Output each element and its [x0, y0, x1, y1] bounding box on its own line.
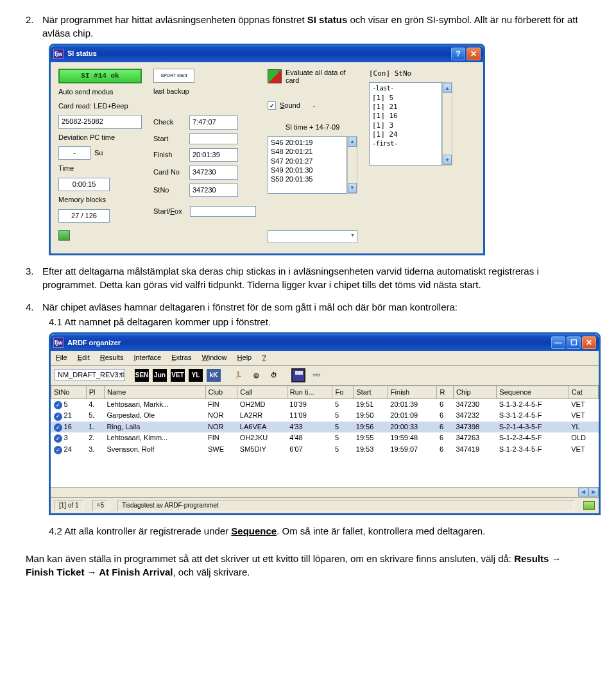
- log-item: [1] 24: [372, 130, 439, 139]
- close-button[interactable]: ✕: [582, 336, 596, 349]
- dev-pc-val[interactable]: -: [58, 146, 90, 160]
- col-finish[interactable]: Finish: [388, 386, 437, 398]
- table-row[interactable]: ✓ 215.Garpestad, OleNORLA2RR11'09519:502…: [51, 410, 599, 421]
- cell: S-2-1-4-3-5-F: [497, 422, 569, 432]
- tool-vet[interactable]: VET: [170, 368, 185, 382]
- flag-icon: [268, 69, 282, 83]
- tool-jun[interactable]: Jun: [152, 368, 167, 382]
- book-icon[interactable]: [58, 230, 70, 241]
- hscroll-right[interactable]: ▶: [588, 488, 599, 497]
- menu-window[interactable]: Window: [201, 353, 227, 363]
- scroll-up-button[interactable]: ▲: [443, 83, 452, 93]
- start-label: Start: [153, 134, 185, 144]
- hscroll-left[interactable]: ◀: [578, 488, 588, 497]
- col-cat[interactable]: Cat: [569, 386, 598, 398]
- col-chip[interactable]: Chip: [453, 386, 496, 398]
- close-button[interactable]: ✕: [466, 47, 481, 60]
- col-start[interactable]: Start: [354, 386, 388, 398]
- log-header: [Con] StNo: [369, 69, 452, 78]
- menu-bar: FileEditResultsInterfaceExtrasWindowHelp…: [51, 351, 599, 365]
- runner-icon[interactable]: 🏃: [230, 368, 246, 382]
- col-stno[interactable]: StNo: [51, 386, 87, 398]
- save-icon[interactable]: [291, 368, 306, 382]
- col-club[interactable]: Club: [205, 386, 237, 398]
- menu-help[interactable]: Help: [237, 353, 252, 363]
- cell: 6'07: [287, 444, 332, 455]
- minimize-button[interactable]: —: [551, 336, 565, 349]
- log-scrollbar[interactable]: ▲ ▼: [442, 82, 452, 166]
- scroll-down-button[interactable]: ▼: [348, 183, 357, 193]
- startfox-dropdown[interactable]: [268, 230, 357, 243]
- doc-step-4-2: 4.2 Att alla kontroller är registrerade …: [49, 524, 590, 538]
- table-row[interactable]: ✓ 161.Ring, LailaNORLA6VEA4'33519:5620:0…: [51, 422, 599, 432]
- time-val[interactable]: 0:00:15: [58, 178, 110, 191]
- target-icon[interactable]: ◎: [248, 368, 264, 382]
- step-text: Efter att deltagarna målstämplat ska der…: [42, 264, 590, 291]
- maximize-button[interactable]: ☐: [567, 336, 581, 349]
- stno-val[interactable]: 347230: [189, 184, 238, 197]
- menu-edit[interactable]: Edit: [78, 353, 90, 363]
- clock-icon[interactable]: ⏱: [266, 368, 282, 382]
- tool-kk[interactable]: kK: [206, 368, 221, 382]
- cell: 20:00:33: [388, 422, 437, 432]
- status-bar: [1] of 1 =5 Tisdagstest av ARDF-programm…: [51, 497, 599, 513]
- binocular-icon[interactable]: 👓: [309, 368, 324, 382]
- col-sequence[interactable]: Sequence: [497, 386, 569, 398]
- doc-step-3: 3. Efter att deltagarna målstämplat ska …: [26, 264, 590, 291]
- cardno-val[interactable]: 347230: [189, 166, 238, 179]
- cell: VET: [569, 399, 598, 411]
- log-item: [1] 16: [372, 112, 439, 121]
- col-fo[interactable]: Fo: [332, 386, 354, 398]
- cell: 4'48: [287, 432, 332, 443]
- table-row[interactable]: ✓ 54.Lehtosaari, Markk...FINOH2MD10'3951…: [51, 399, 599, 411]
- table-row[interactable]: ✓ 32.Lehtosaari, Kimm...FINOH2JKU4'48519…: [51, 432, 599, 443]
- check-val[interactable]: 7:47:07: [189, 115, 238, 129]
- cell: FIN: [205, 432, 237, 443]
- port-range-field[interactable]: 25082-25082: [58, 115, 142, 128]
- col-runti[interactable]: Run ti...: [287, 386, 332, 398]
- cell: 19:51: [354, 399, 388, 411]
- punch-scrollbar[interactable]: ▲ ▼: [347, 136, 357, 194]
- col-r[interactable]: R: [437, 386, 454, 398]
- cell: ✓ 3: [51, 432, 87, 443]
- log-list[interactable]: -last-[1] 5[1] 21[1] 16[1] 3[1] 24-first…: [369, 82, 442, 166]
- col-call[interactable]: Call: [237, 386, 287, 398]
- results-table[interactable]: StNoPlNameClubCallRun ti...FoStartFinish…: [51, 386, 599, 455]
- start-val[interactable]: [189, 133, 238, 144]
- startfox-input[interactable]: [190, 206, 256, 217]
- cell: ✓ 21: [51, 410, 87, 421]
- tool-sen[interactable]: SEN: [134, 368, 150, 382]
- cell: SM5DIY: [237, 444, 287, 455]
- menu-results[interactable]: Results: [100, 353, 124, 363]
- file-dropdown[interactable]: NM_DRAFT_REV3.tl: [55, 369, 125, 381]
- table-row[interactable]: ✓ 243.Svensson, RolfSWESM5DIY6'07519:531…: [51, 444, 599, 455]
- sound-checkbox[interactable]: ✓: [268, 101, 276, 110]
- p42-b: Sequence: [231, 525, 277, 536]
- punch-list[interactable]: S46 20:01:19S48 20:01:21S47 20:01:27S49 …: [268, 136, 347, 194]
- tool-yl[interactable]: YL: [188, 368, 203, 382]
- scroll-up-button[interactable]: ▲: [348, 137, 357, 147]
- finish-val[interactable]: 20:01:39: [189, 148, 238, 162]
- cell: S-1-2-3-4-5-F: [497, 444, 569, 455]
- cell: ✓ 5: [51, 399, 87, 411]
- help-button[interactable]: ?: [451, 47, 465, 60]
- sound-label: Sound: [280, 101, 300, 110]
- col-name[interactable]: Name: [104, 386, 205, 398]
- step-num: 4.: [26, 300, 42, 314]
- menu-?[interactable]: ?: [262, 353, 266, 363]
- menu-interface[interactable]: Interface: [133, 353, 161, 363]
- auto-send-label: Auto send modus: [58, 87, 142, 97]
- check-label: Check: [153, 117, 185, 127]
- punch-item: S50 20:01:35: [271, 175, 344, 184]
- scroll-down-button[interactable]: ▼: [443, 155, 452, 165]
- col-pl[interactable]: Pl: [86, 386, 104, 398]
- mem-val[interactable]: 27 / 126: [58, 209, 110, 223]
- cell: Svensson, Rolf: [104, 444, 205, 455]
- menu-file[interactable]: File: [56, 353, 67, 363]
- cell: 19:59:48: [388, 432, 437, 443]
- cell: 2.: [86, 432, 104, 443]
- punch-item: S48 20:01:21: [271, 147, 344, 156]
- menu-extras[interactable]: Extras: [171, 353, 191, 363]
- punch-item: S49 20:01:30: [271, 166, 344, 175]
- cell: 347230: [453, 399, 496, 411]
